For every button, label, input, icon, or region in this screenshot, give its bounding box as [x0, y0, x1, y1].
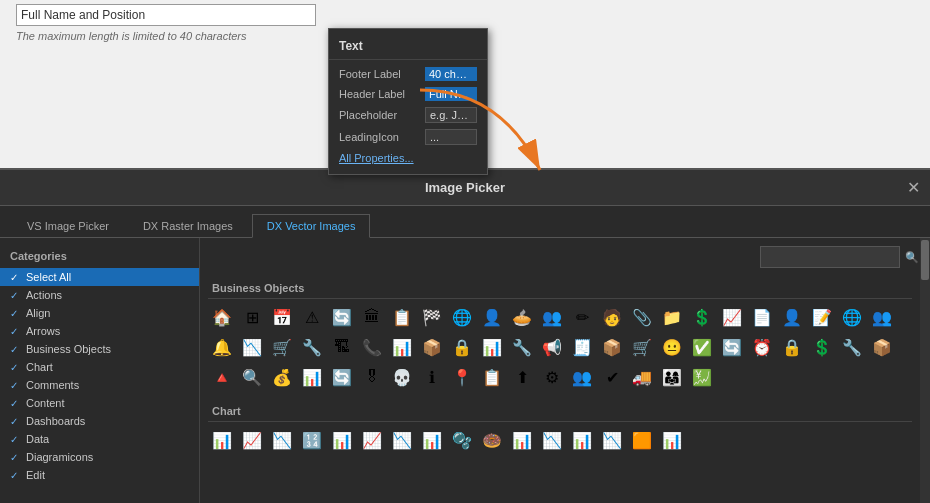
vertical-scrollbar[interactable] [920, 238, 930, 503]
icon-tool2[interactable]: 🔧 [508, 333, 536, 361]
sidebar-item-comments[interactable]: ✓ Comments [0, 376, 199, 394]
icon-home[interactable]: 🏠 [208, 303, 236, 331]
tab-dx-vector-images[interactable]: DX Vector Images [252, 214, 371, 238]
icon-skull[interactable]: 💀 [388, 363, 416, 391]
icon-person2[interactable]: 👤 [778, 303, 806, 331]
icon-building[interactable]: 🏗 [328, 333, 356, 361]
sidebar-item-actions[interactable]: ✓ Actions [0, 286, 199, 304]
icon-number-chart[interactable]: 🔢 [298, 426, 326, 454]
icon-chart5[interactable]: 📊 [298, 363, 326, 391]
icons-scroll-area[interactable]: Business Objects 🏠 ⊞ 📅 ⚠ 🔄 🏛 📋 🏁 🌐 👤 🥧 👥 [200, 276, 920, 503]
sidebar-item-business-objects[interactable]: ✓ Business Objects [0, 340, 199, 358]
tab-vs-image-picker[interactable]: VS Image Picker [12, 214, 124, 237]
icon-dollar[interactable]: 💲 [688, 303, 716, 331]
icon-edit[interactable]: ✏ [568, 303, 596, 331]
icon-gantt[interactable]: 📊 [658, 426, 686, 454]
icon-cart[interactable]: 🛒 [268, 333, 296, 361]
icon-location[interactable]: 📍 [448, 363, 476, 391]
dialog-close-button[interactable]: ✕ [907, 180, 920, 196]
icon-checkmark[interactable]: ✔ [598, 363, 626, 391]
icon-person[interactable]: 👤 [478, 303, 506, 331]
icon-people[interactable]: 👥 [538, 303, 566, 331]
icon-chart2[interactable]: 📈 [718, 303, 746, 331]
icon-cycle[interactable]: 🔄 [718, 333, 746, 361]
all-properties-link[interactable]: All Properties... [329, 148, 487, 168]
icon-treemap[interactable]: 📊 [418, 426, 446, 454]
icon-area-chart[interactable]: 📉 [268, 426, 296, 454]
icon-warning[interactable]: ⚠ [298, 303, 326, 331]
icon-lock[interactable]: 🔒 [448, 333, 476, 361]
icon-receipt[interactable]: 🧾 [568, 333, 596, 361]
icon-globe2[interactable]: 🌐 [838, 303, 866, 331]
icon-bubble[interactable]: 🫧 [448, 426, 476, 454]
icon-bar[interactable]: 📊 [388, 333, 416, 361]
icon-box[interactable]: 📦 [418, 333, 446, 361]
sidebar-item-dashboards[interactable]: ✓ Dashboards [0, 412, 199, 430]
icon-face[interactable]: 😐 [658, 333, 686, 361]
icon-lock2[interactable]: 🔒 [778, 333, 806, 361]
icon-hist[interactable]: 📊 [568, 426, 596, 454]
sidebar-item-select-all[interactable]: ✓ Select All [0, 268, 199, 286]
sidebar-item-diagramicons[interactable]: ✓ Diagramicons [0, 448, 199, 466]
icon-heatmap[interactable]: 🟧 [628, 426, 656, 454]
icon-upload[interactable]: ⬆ [508, 363, 536, 391]
icon-flag[interactable]: 🏁 [418, 303, 446, 331]
search-input[interactable] [767, 251, 905, 263]
scrollbar-thumb[interactable] [921, 240, 929, 280]
icon-announce[interactable]: 📢 [538, 333, 566, 361]
icon-waterfall[interactable]: 📉 [388, 426, 416, 454]
icon-triangle[interactable]: 🔺 [208, 363, 236, 391]
icon-phone[interactable]: 📞 [358, 333, 386, 361]
icon-document[interactable]: 📋 [388, 303, 416, 331]
sidebar-item-chart[interactable]: ✓ Chart [0, 358, 199, 376]
icon-calendar[interactable]: 📅 [268, 303, 296, 331]
icon-refresh[interactable]: 🔄 [328, 303, 356, 331]
icon-refresh2[interactable]: 🔄 [328, 363, 356, 391]
icon-globe[interactable]: 🌐 [448, 303, 476, 331]
icon-chart3[interactable]: 📉 [238, 333, 266, 361]
icon-task[interactable]: 📋 [478, 363, 506, 391]
icon-funnel[interactable]: 📈 [358, 426, 386, 454]
icon-badge[interactable]: 🎖 [358, 363, 386, 391]
icon-grid[interactable]: ⊞ [238, 303, 266, 331]
icon-wrench[interactable]: 🔧 [298, 333, 326, 361]
icon-finance[interactable]: 💹 [688, 363, 716, 391]
icon-stock[interactable]: 📉 [538, 426, 566, 454]
sidebar-item-data[interactable]: ✓ Data [0, 430, 199, 448]
sidebar-item-arrows[interactable]: ✓ Arrows [0, 322, 199, 340]
icon-box2[interactable]: 📦 [868, 333, 896, 361]
icon-kpi[interactable]: 📊 [508, 426, 536, 454]
icon-people4[interactable]: 👨‍👩‍👧 [658, 363, 686, 391]
sidebar-item-align[interactable]: ✓ Align [0, 304, 199, 322]
icon-info[interactable]: ℹ [418, 363, 446, 391]
icon-cart2[interactable]: 🛒 [628, 333, 656, 361]
icon-chart4[interactable]: 📊 [478, 333, 506, 361]
icon-money[interactable]: 💰 [268, 363, 296, 391]
icon-line-chart[interactable]: 📈 [238, 426, 266, 454]
sidebar-item-content[interactable]: ✓ Content [0, 394, 199, 412]
icon-user[interactable]: 🧑 [598, 303, 626, 331]
icon-wrench2[interactable]: 🔧 [838, 333, 866, 361]
icon-dollar2[interactable]: 💲 [808, 333, 836, 361]
icon-people3[interactable]: 👥 [568, 363, 596, 391]
icon-scatter[interactable]: 📊 [328, 426, 356, 454]
full-name-input[interactable] [16, 4, 316, 26]
icon-doc2[interactable]: 📄 [748, 303, 776, 331]
icon-bar-chart[interactable]: 📊 [208, 426, 236, 454]
icon-folder[interactable]: 📁 [658, 303, 686, 331]
icon-magnify[interactable]: 🔍 [238, 363, 266, 391]
sidebar-item-edit[interactable]: ✓ Edit [0, 466, 199, 484]
icon-org-chart[interactable]: 🏛 [358, 303, 386, 331]
icon-check-circle[interactable]: ✅ [688, 333, 716, 361]
icon-gear[interactable]: ⚙ [538, 363, 566, 391]
icon-donut[interactable]: 🍩 [478, 426, 506, 454]
icon-note[interactable]: 📝 [808, 303, 836, 331]
icon-pie[interactable]: 🥧 [508, 303, 536, 331]
icon-truck[interactable]: 🚚 [628, 363, 656, 391]
tab-dx-raster-images[interactable]: DX Raster Images [128, 214, 248, 237]
icon-clip[interactable]: 📎 [628, 303, 656, 331]
icon-bell[interactable]: 🔔 [208, 333, 236, 361]
icon-people2[interactable]: 👥 [868, 303, 896, 331]
icon-box-plot[interactable]: 📉 [598, 426, 626, 454]
icon-clock[interactable]: ⏰ [748, 333, 776, 361]
